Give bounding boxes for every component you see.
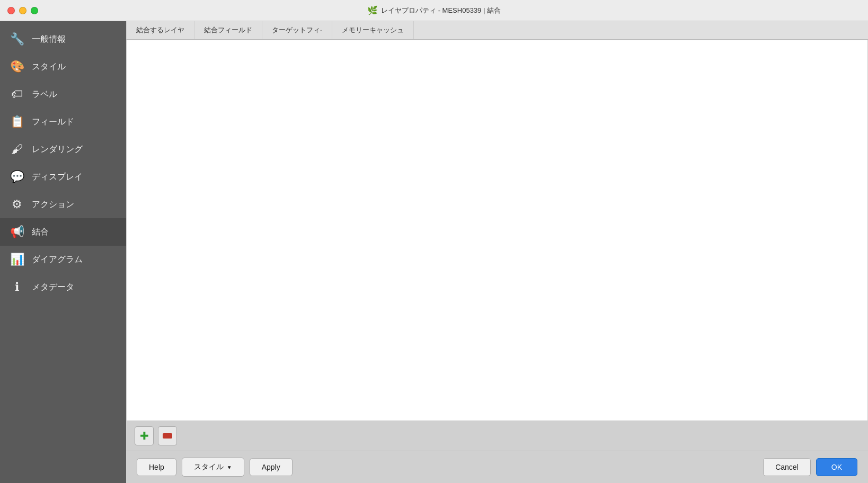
- window-title: 🌿 レイヤプロパティ - MESH05339 | 結合: [367, 5, 501, 15]
- bottom-bar: Help スタイル ▼ Apply Cancel OK: [126, 451, 868, 483]
- app-body: 🔧一般情報🎨スタイル🏷ラベル📋フィールド🖌レンダリング💬ディスプレイ⚙アクション…: [0, 21, 868, 483]
- sidebar-item-diagram[interactable]: 📊ダイアグラム: [0, 246, 126, 273]
- tab-join-layer[interactable]: 結合するレイヤ: [126, 21, 194, 39]
- join-icon: 📢: [8, 223, 25, 240]
- tab-target-field[interactable]: ターゲットフィ·: [262, 21, 332, 39]
- remove-join-button[interactable]: [158, 426, 177, 445]
- sidebar-item-rendering[interactable]: 🖌レンダリング: [0, 136, 126, 163]
- sidebar-item-display[interactable]: 💬ディスプレイ: [0, 163, 126, 191]
- help-button[interactable]: Help: [137, 458, 176, 476]
- sidebar-label-diagram: ダイアグラム: [32, 254, 83, 265]
- sidebar-item-general[interactable]: 🔧一般情報: [0, 25, 126, 53]
- main-panel: [126, 40, 868, 421]
- sidebar-label-join: 結合: [32, 227, 49, 238]
- close-button[interactable]: [7, 7, 15, 14]
- cancel-button[interactable]: Cancel: [763, 458, 811, 476]
- fields-icon: 📋: [8, 113, 25, 130]
- minimize-button[interactable]: [19, 7, 26, 14]
- actions-icon: ⚙: [8, 196, 25, 213]
- sidebar-item-join[interactable]: 📢結合: [0, 218, 126, 246]
- window-controls: [7, 7, 38, 14]
- add-join-button[interactable]: ✚: [135, 426, 154, 445]
- remove-icon: [163, 433, 172, 439]
- metadata-icon: ℹ: [8, 279, 25, 296]
- style-button[interactable]: スタイル ▼: [182, 458, 244, 477]
- sidebar-item-metadata[interactable]: ℹメタデータ: [0, 273, 126, 301]
- sidebar-label-general: 一般情報: [32, 34, 66, 45]
- sidebar-label-fields: フィールド: [32, 117, 74, 128]
- sidebar-label-actions: アクション: [32, 199, 74, 210]
- sidebar-item-fields[interactable]: 📋フィールド: [0, 108, 126, 136]
- title-text: レイヤプロパティ - MESH05339 | 結合: [381, 6, 501, 15]
- sidebar-item-style[interactable]: 🎨スタイル: [0, 53, 126, 80]
- style-icon: 🎨: [8, 58, 25, 75]
- sidebar-item-label[interactable]: 🏷ラベル: [0, 80, 126, 108]
- panel-toolbar: ✚: [126, 421, 868, 451]
- tab-join-field[interactable]: 結合フィールド: [194, 21, 262, 39]
- sidebar-label-display: ディスプレイ: [32, 172, 83, 183]
- ok-button[interactable]: OK: [816, 458, 857, 476]
- maximize-button[interactable]: [31, 7, 38, 14]
- label-icon: 🏷: [8, 86, 25, 103]
- tab-mem-cache[interactable]: メモリーキャッシュ: [332, 21, 414, 39]
- apply-button[interactable]: Apply: [250, 458, 293, 476]
- style-label: スタイル: [194, 462, 224, 472]
- tab-bar: 結合するレイヤ結合フィールドターゲットフィ·メモリーキャッシュ: [126, 21, 868, 40]
- rendering-icon: 🖌: [8, 141, 25, 158]
- sidebar-label-metadata: メタデータ: [32, 282, 74, 293]
- sidebar-label-label: ラベル: [32, 89, 57, 100]
- diagram-icon: 📊: [8, 251, 25, 268]
- content-area: 結合するレイヤ結合フィールドターゲットフィ·メモリーキャッシュ ✚ Help ス…: [126, 21, 868, 483]
- chevron-down-icon: ▼: [227, 464, 232, 470]
- general-icon: 🔧: [8, 31, 25, 48]
- add-icon: ✚: [140, 430, 149, 442]
- sidebar-label-style: スタイル: [32, 61, 66, 73]
- title-bar: 🌿 レイヤプロパティ - MESH05339 | 結合: [0, 0, 868, 21]
- display-icon: 💬: [8, 168, 25, 185]
- sidebar: 🔧一般情報🎨スタイル🏷ラベル📋フィールド🖌レンダリング💬ディスプレイ⚙アクション…: [0, 21, 126, 483]
- app-icon: 🌿: [367, 5, 378, 15]
- sidebar-label-rendering: レンダリング: [32, 144, 83, 155]
- sidebar-item-actions[interactable]: ⚙アクション: [0, 191, 126, 218]
